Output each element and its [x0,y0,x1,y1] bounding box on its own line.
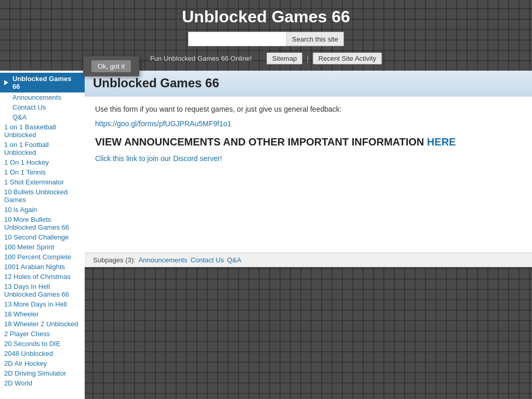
subpage-announcements[interactable]: Announcements [139,256,188,264]
sidebar-item-0[interactable]: 1 on 1 Basketball Unblocked [0,122,85,140]
sidebar-sub-announcements[interactable]: Announcements [0,92,85,102]
sidebar-item-8[interactable]: 10 Second Challenge [0,232,85,242]
content-body: Use this form if you want to request gam… [85,97,532,252]
content-header: Unblocked Games 66 [85,71,532,97]
nav-separator: | [307,55,308,62]
cookie-banner: Ok, got it [83,56,139,76]
sidebar-sub-qa[interactable]: Q&A [0,112,85,122]
announcements-heading: VIEW ANNOUNCEMENTS AND OTHER IMPORTANT I… [95,136,522,148]
search-button[interactable]: Search this site [287,32,344,46]
page-title: Unblocked Games 66 [93,76,524,90]
sidebar-header-label: Unblocked Games 66 [12,75,81,90]
subpage-contact[interactable]: Contact Us [191,256,224,264]
form-link[interactable]: https://goo.gl/forms/pfUGJPRAu5MF9f1o1 [95,119,522,128]
search-bar: Search this site [0,32,532,46]
cookie-ok-button[interactable]: Ok, got it [91,60,131,72]
sidebar: Unblocked Games 66 Announcements Contact… [0,71,85,399]
sidebar-item-17[interactable]: 2 Player Chess [0,329,85,339]
sidebar-item-16[interactable]: 18 Wheeler 2 Unblocked [0,319,85,329]
subpage-qa[interactable]: Q&A [227,256,241,264]
sidebar-item-20[interactable]: 2D Air Hockey [0,358,85,368]
layout: Unblocked Games 66 Announcements Contact… [0,71,532,399]
sidebar-item-19[interactable]: 2048 Unblocked [0,349,85,358]
sidebar-item-14[interactable]: 13 More Days in Hell [0,299,85,309]
sidebar-item-18[interactable]: 20 Seconds to DIE [0,339,85,349]
tagline: Fun Unblocked Games 66 Online! [150,55,252,62]
sidebar-item-6[interactable]: 10 is Again [0,205,85,215]
sidebar-item-9[interactable]: 100 Meter Sprint [0,242,85,252]
sidebar-item-12[interactable]: 12 Holes of Christmas [0,272,85,282]
discord-link[interactable]: Click this link to join our Discord serv… [95,154,522,163]
sitemap-link[interactable]: Sitemap [267,52,303,64]
site-title: Unblocked Games 66 [0,7,532,26]
sidebar-item-5[interactable]: 10 Bullets Unblocked Games [0,187,85,205]
sidebar-item-13[interactable]: 13 Days In Hell Unblocked Games 66 [0,282,85,299]
sidebar-item-3[interactable]: 1 On 1 Tennis [0,167,85,177]
sidebar-item-2[interactable]: 1 On 1 Hockey [0,157,85,167]
search-input[interactable] [188,32,287,46]
sidebar-item-22[interactable]: 2D World [0,378,85,388]
sidebar-item-10[interactable]: 100 Percent Complete [0,252,85,262]
sidebar-triangle-icon [4,80,8,85]
header: Unblocked Games 66 Search this site Fun … [0,0,532,71]
sidebar-item-11[interactable]: 1001 Arabian Nights [0,262,85,272]
sidebar-item-15[interactable]: 18 Wheeler [0,309,85,319]
nav-bar: Fun Unblocked Games 66 Online! Sitemap |… [0,50,532,66]
announcements-text: VIEW ANNOUNCEMENTS AND OTHER IMPORTANT I… [95,136,427,148]
subpages-bar: Subpages (3): Announcements Contact Us Q… [85,252,532,267]
sidebar-sub-contact[interactable]: Contact Us [0,102,85,112]
sidebar-header[interactable]: Unblocked Games 66 [0,73,85,92]
here-link[interactable]: HERE [427,136,456,148]
sidebar-item-1[interactable]: 1 on 1 Football Unblocked [0,140,85,157]
main-content: Unblocked Games 66 Use this form if you … [85,71,532,399]
sidebar-item-21[interactable]: 2D Driving Simulator [0,368,85,378]
recent-activity-link[interactable]: Recent Site Activity [313,52,382,64]
sidebar-item-7[interactable]: 10 More Bullets Unblocked Games 66 [0,215,85,232]
sidebar-item-4[interactable]: 1 Shot Exterminator [0,177,85,187]
subpages-label: Subpages (3): [93,256,136,264]
form-intro: Use this form if you want to request gam… [95,105,522,113]
